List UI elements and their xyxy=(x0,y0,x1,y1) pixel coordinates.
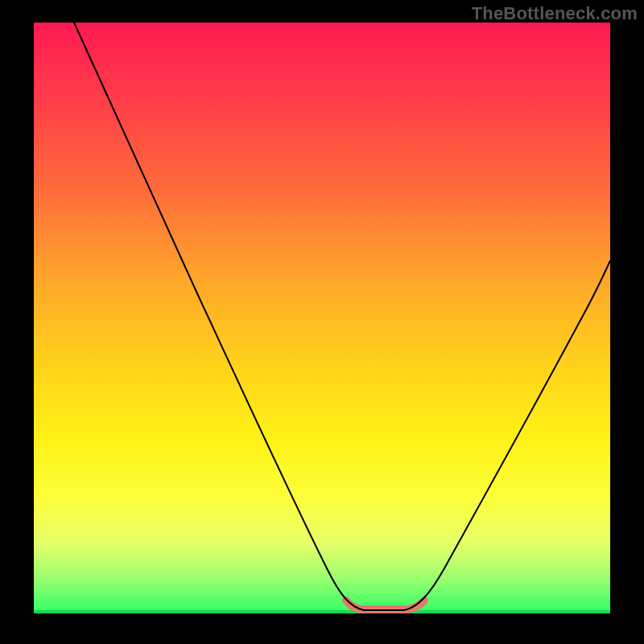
curve-overlay xyxy=(34,23,610,613)
watermark-text: TheBottleneck.com xyxy=(472,3,638,24)
bottleneck-curve xyxy=(74,23,610,610)
plot-area xyxy=(34,23,610,613)
chart-frame: TheBottleneck.com xyxy=(0,0,644,644)
